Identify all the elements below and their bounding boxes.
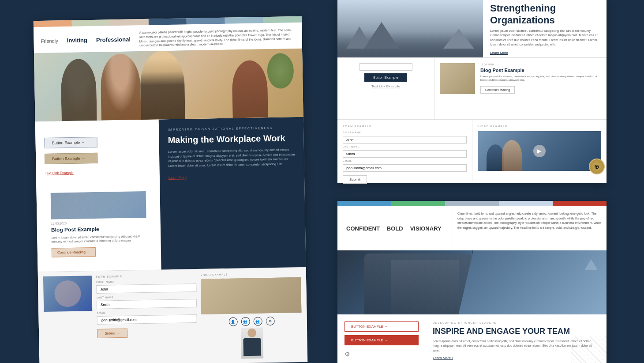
blog-content: 12.03.2020 Blog Post Example Lorem ipsum… — [480, 63, 601, 114]
submit-btn-rt[interactable]: Submit — [343, 175, 367, 184]
small-photo — [43, 276, 93, 362]
visionary-label: VISIONARY — [410, 225, 442, 232]
first-name-rt[interactable] — [343, 136, 467, 144]
first-name-input[interactable] — [96, 284, 196, 294]
rb-bottom: BUTTON EXAMPLE → BUTTON EXAMPLE → ⚙ DEVE… — [337, 314, 607, 363]
text-link-example[interactable]: Text Link Example — [371, 84, 400, 88]
swatch-light-blue — [225, 17, 263, 24]
rb-description: Clean lines, bold fonts and upward angle… — [452, 206, 607, 250]
people-icon-2: 👥 — [241, 317, 250, 326]
eyebrow-text: IMPROVING ORGANIZATIONAL EFFECTIVENESS — [168, 126, 295, 131]
hero-image — [34, 49, 303, 122]
swatch-teal — [263, 16, 302, 23]
preview-input[interactable] — [359, 63, 412, 71]
video-thumbnail[interactable]: ▶ — [201, 277, 301, 314]
rb-buttons: BUTTON EXAMPLE → BUTTON EXAMPLE → ⚙ — [337, 314, 426, 363]
learn-more-rb[interactable]: Learn More › — [433, 356, 453, 360]
heading-panel: IMPROVING ORGANIZATIONAL EFFECTIVENESS M… — [159, 117, 306, 270]
video-col-eyebrow: VIDEO EXAMPLE — [478, 125, 602, 128]
blog-date: 12.03.2020 — [51, 220, 146, 225]
right-bottom-card: CONFIDENT BOLD VISIONARY Clean lines, bo… — [337, 201, 607, 363]
button-example-1[interactable]: Button Example → — [44, 136, 97, 148]
friendly-label: Friendly — [41, 38, 58, 44]
blog-image — [440, 63, 475, 94]
rb-button-1[interactable]: BUTTON EXAMPLE → — [344, 321, 419, 332]
continue-reading-btn[interactable]: Continue Reading → — [52, 247, 96, 257]
swatch-orange — [34, 20, 72, 27]
rb-button-2[interactable]: BUTTON EXAMPLE → — [344, 335, 419, 345]
blog-title-right: Blog Post Example — [480, 68, 601, 73]
bottom-row: FORM EXAMPLE FIRST NAME LAST NAME EMAIL … — [38, 267, 308, 363]
rb-top: CONFIDENT BOLD VISIONARY Clean lines, bo… — [337, 206, 607, 250]
top-section: Strengthening Organizations Lorem ipsum … — [337, 0, 607, 57]
form-section: FORM EXAMPLE FIRST NAME LAST NAME EMAIL … — [96, 274, 198, 361]
rb-labels: CONFIDENT BOLD VISIONARY — [337, 206, 452, 250]
rb-swatch-red — [553, 201, 607, 206]
first-name-label: FIRST NAME — [96, 279, 196, 284]
style-labels: Friendly Inviting Professional — [41, 31, 131, 50]
preview-col: Button Example Text Link Example — [337, 58, 434, 119]
swatch-light-green — [72, 19, 110, 26]
play-btn-large[interactable]: ▶ — [533, 145, 546, 157]
last-name-rt[interactable] — [343, 150, 467, 158]
video-thumb-large[interactable]: ▶ ⊕ — [478, 131, 602, 171]
swatch-dark-blue — [148, 18, 187, 25]
last-name-label: LAST NAME — [97, 295, 197, 299]
first-name-label-rt: FIRST NAME — [343, 131, 467, 134]
section-heading: Making the Workplace Work — [168, 132, 295, 145]
email-label: EMAIL — [97, 310, 197, 314]
rb-swatch-blue — [337, 201, 391, 206]
compass-icon: ⊕ — [589, 159, 605, 174]
rb-swatch-gray — [445, 201, 499, 206]
blog-title: Blog Post Example — [51, 225, 146, 233]
email-label-rt: EMAIL — [343, 159, 467, 162]
swatch-tan — [110, 19, 148, 26]
rb-eyebrow: DEVELOPING STRONGER LEADERS — [433, 321, 599, 324]
text-link[interactable]: Text Link Example — [45, 169, 151, 175]
learn-more-link[interactable]: Learn More — [168, 176, 187, 180]
rb-swatches — [337, 201, 607, 206]
right-top-card: Strengthening Organizations Lorem ipsum … — [337, 0, 607, 183]
blog-text: Lorem ipsum dolor sit amet, consetetur s… — [51, 234, 146, 244]
form-col-eyebrow: FORM EXAMPLE — [343, 125, 467, 128]
blog-card: 12.03.2020 Blog Post Example Lorem ipsum… — [45, 185, 152, 263]
form-col: FORM EXAMPLE FIRST NAME LAST NAME EMAIL … — [337, 120, 472, 181]
button-example-2[interactable]: Button Example → — [45, 152, 97, 164]
section-body: Lorem ipsum dolor sit amet, consetetur s… — [168, 147, 296, 168]
gear-icon: ⚙ — [344, 351, 419, 358]
form-eyebrow: FORM EXAMPLE — [96, 274, 196, 278]
standing-person — [202, 327, 302, 359]
submit-button[interactable]: Submit → — [97, 329, 127, 338]
learn-more-btn[interactable]: Learn More — [490, 51, 599, 55]
people-icon-4: ⚙ — [266, 317, 274, 325]
video-col: VIDEO EXAMPLE ▶ ⊕ — [472, 120, 607, 181]
rb-hero — [337, 250, 607, 314]
blog-date-right: 12.03.2020 — [480, 63, 601, 66]
hero-description: Lorem ipsum dolor sit amet, consetetur s… — [490, 29, 599, 47]
inviting-label: Inviting — [67, 37, 87, 44]
left-card: Friendly Inviting Professional A warm co… — [34, 16, 307, 338]
swatch-medium-blue — [187, 18, 225, 25]
last-name-label-rt: LAST NAME — [343, 145, 467, 148]
main-headline: Strengthening Organizations — [490, 3, 599, 26]
left-bottom-section: Button Example → Button Example → Text L… — [35, 117, 306, 272]
professional-label: Professional — [96, 36, 131, 43]
mid-section: Button Example Text Link Example 12.03.2… — [337, 57, 607, 119]
bold-label: BOLD — [387, 225, 403, 232]
video-section: VIDEO EXAMPLE ▶ 👤 👥 👥 ⚙ — [201, 272, 302, 359]
people-icon-1: 👤 — [228, 318, 237, 326]
confident-label: CONFIDENT — [346, 225, 380, 232]
button-example-blue[interactable]: Button Example — [364, 73, 407, 82]
left-top-section: Friendly Inviting Professional A warm co… — [34, 23, 302, 53]
description-text: A warm color palette paired with bright,… — [131, 28, 295, 48]
last-name-input[interactable] — [97, 299, 197, 309]
bottom-section: FORM EXAMPLE FIRST NAME LAST NAME EMAIL … — [337, 119, 607, 181]
email-input[interactable] — [97, 314, 197, 325]
rb-swatch-green — [391, 201, 445, 206]
rb-section-heading: INSPIRE AND ENGAGE YOUR TEAM — [433, 327, 599, 337]
rb-swatch-light-blue — [499, 201, 553, 206]
buttons-panel: Button Example → Button Example → Text L… — [35, 120, 161, 272]
email-rt[interactable] — [343, 164, 467, 172]
continue-reading-right[interactable]: Continue Reading — [480, 86, 515, 94]
diamond-pattern — [571, 337, 607, 363]
